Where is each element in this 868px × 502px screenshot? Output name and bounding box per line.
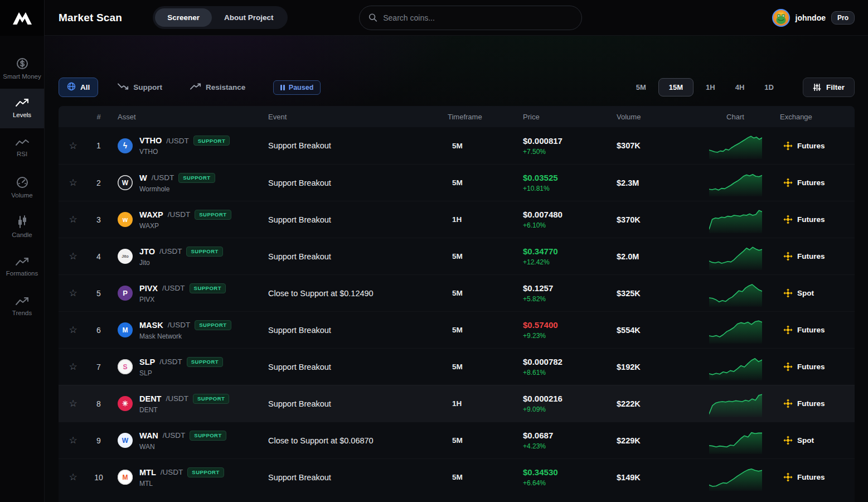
price-value: $0.000817	[523, 136, 613, 146]
sidebar-item-trends[interactable]: Trends	[0, 287, 44, 326]
exchange-cell: Futures	[777, 252, 855, 261]
sparkline-chart	[694, 206, 777, 233]
sidebar-item-candle[interactable]: Candle	[0, 207, 44, 247]
filter-tab-label: Support	[133, 83, 162, 91]
volume-cell: $370K	[613, 215, 694, 224]
timeframe-cell: 1H	[444, 215, 520, 224]
table-row-wan[interactable]: ☆9WWAN/USDTSUPPORTWANClose to Support at…	[59, 422, 855, 458]
search-input[interactable]	[383, 13, 573, 22]
favorite-star-icon[interactable]: ☆	[59, 398, 83, 409]
sidebar-item-smart-money[interactable]: Smart Money	[0, 49, 44, 89]
exchange-label: Futures	[797, 215, 825, 224]
favorite-star-icon[interactable]: ☆	[59, 250, 83, 262]
table-row-vtho[interactable]: ☆1ϟVTHO/USDTSUPPORTVTHOSupport Breakout5…	[59, 127, 855, 164]
favorite-star-icon[interactable]: ☆	[59, 287, 83, 299]
column-header-asset: Asset	[114, 113, 265, 121]
sidebar-item-label: Candle	[12, 231, 32, 239]
sidebar-item-formations[interactable]: Formations	[0, 247, 44, 287]
sidebar-item-rsi[interactable]: RSI	[0, 128, 44, 168]
favorite-star-icon[interactable]: ☆	[59, 435, 83, 446]
exchange-cell: Futures	[777, 215, 855, 224]
table-row-pivx[interactable]: ☆5PPIVX/USDTSUPPORTPIVXClose to Support …	[59, 274, 855, 311]
event-cell: Support Breakout	[265, 215, 444, 224]
asset-symbol: JTO	[139, 247, 155, 256]
table-row-waxp[interactable]: ☆3wWAXP/USDTSUPPORTWAXPSupport Breakout1…	[59, 201, 855, 238]
timeframe-1d[interactable]: 1D	[757, 78, 782, 96]
sparkline-chart	[694, 317, 777, 344]
user-menu[interactable]: johndoe Pro	[772, 9, 855, 27]
table-row-mask[interactable]: ☆6MMASK/USDTSUPPORTMask NetworkSupport B…	[59, 311, 855, 348]
timeframe-cell: 5M	[444, 436, 520, 445]
volume-cell: $149K	[613, 473, 694, 482]
favorite-star-icon[interactable]: ☆	[59, 324, 83, 336]
asset-cell: wWAXP/USDTSUPPORTWAXP	[114, 210, 265, 230]
asset-cell: PPIVX/USDTSUPPORTPIVX	[114, 283, 265, 303]
favorite-star-icon[interactable]: ☆	[59, 214, 83, 225]
support-badge: SUPPORT	[195, 210, 231, 220]
topnav-tab-about-project[interactable]: About Project	[212, 8, 286, 27]
sidebar-item-levels[interactable]: Levels	[0, 89, 44, 128]
favorite-star-icon[interactable]: ☆	[59, 177, 83, 189]
favorite-star-icon[interactable]: ☆	[59, 361, 83, 373]
paused-button[interactable]: Paused	[273, 80, 321, 95]
rank-cell: 7	[83, 363, 114, 371]
timeframe-cell: 5M	[444, 178, 520, 187]
vtho-coin-icon: ϟ	[118, 138, 133, 153]
price-change: +6.10%	[523, 221, 613, 229]
asset-symbol-line: JTO/USDTSUPPORT	[139, 247, 223, 257]
event-cell: Close to Support at $0.06870	[265, 436, 444, 445]
timeframe-5m[interactable]: 5M	[628, 78, 654, 96]
sparkline-chart	[694, 280, 777, 307]
table-row-dent[interactable]: ☆8✳DENT/USDTSUPPORTDENTSupport Breakout1…	[59, 385, 855, 422]
filter-tab-all[interactable]: All	[59, 78, 98, 97]
table-row-slp[interactable]: ☆7SSLP/USDTSUPPORTSLPSupport Breakout5M$…	[59, 348, 855, 385]
rank-cell: 10	[83, 473, 114, 482]
event-cell: Support Breakout	[265, 252, 444, 261]
binance-icon	[783, 252, 793, 261]
support-badge: SUPPORT	[187, 467, 224, 477]
favorite-star-icon[interactable]: ☆	[59, 471, 83, 483]
filter-button[interactable]: Filter	[803, 78, 855, 97]
binance-icon	[783, 325, 793, 335]
user-avatar[interactable]	[772, 9, 790, 27]
asset-pair: /USDT	[152, 173, 174, 182]
page-title: Market Scan	[59, 12, 122, 24]
event-cell: Support Breakout	[265, 326, 444, 335]
exchange-label: Futures	[797, 399, 825, 408]
table-row-w[interactable]: ☆2WW/USDTSUPPORTWormholeSupport Breakout…	[59, 164, 855, 201]
search-box[interactable]	[359, 6, 582, 30]
column-header-exchange: Exchange	[777, 113, 855, 121]
sparkline-chart	[694, 390, 777, 417]
event-cell: Support Breakout	[265, 363, 444, 371]
table-row-mtl[interactable]: ☆10MMTL/USDTSUPPORTMTLSupport Breakout5M…	[59, 458, 855, 495]
price-value: $0.0687	[523, 431, 613, 440]
table-row-jto[interactable]: ☆4JitoJTO/USDTSUPPORTJitoSupport Breakou…	[59, 238, 855, 274]
price-cell: $0.000216+9.09%	[520, 394, 613, 413]
binance-icon	[783, 472, 793, 482]
price-value: $0.1257	[523, 283, 613, 293]
asset-symbol-line: WAN/USDTSUPPORT	[139, 431, 226, 441]
asset-info: WAXP/USDTSUPPORTWAXP	[139, 210, 231, 230]
asset-name: WAN	[139, 443, 226, 451]
filter-tab-resistance[interactable]: Resistance	[182, 78, 254, 96]
rank-cell: 4	[83, 252, 114, 261]
mtl-coin-icon: M	[118, 470, 133, 485]
filter-tab-support[interactable]: Support	[109, 78, 171, 96]
event-cell: Support Breakout	[265, 473, 444, 482]
asset-info: JTO/USDTSUPPORTJito	[139, 247, 223, 267]
sidebar-item-volume[interactable]: Volume	[0, 168, 44, 207]
price-value: $0.000782	[523, 357, 613, 366]
timeframe-cell: 5M	[444, 289, 520, 297]
favorite-star-icon[interactable]: ☆	[59, 140, 83, 152]
timeframe-cell: 5M	[444, 363, 520, 371]
support-badge: SUPPORT	[190, 431, 226, 441]
asset-pair: /USDT	[168, 210, 191, 219]
timeframe-1h[interactable]: 1H	[698, 78, 723, 96]
rsi-icon	[15, 138, 30, 148]
app-logo[interactable]	[0, 0, 45, 36]
asset-name: SLP	[139, 369, 223, 377]
timeframe-cell: 5M	[444, 326, 520, 334]
timeframe-4h[interactable]: 4H	[728, 78, 753, 96]
timeframe-15m[interactable]: 15M	[658, 78, 694, 96]
topnav-tab-screener[interactable]: Screener	[155, 8, 212, 27]
